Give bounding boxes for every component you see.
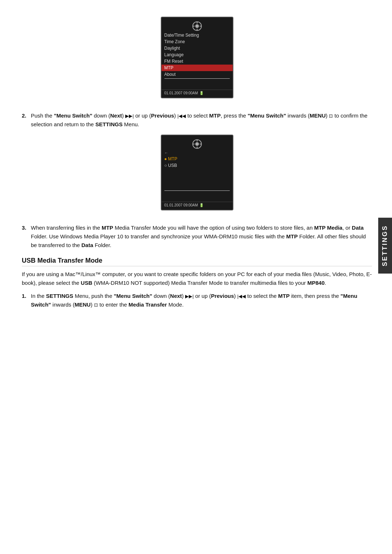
step1-usb: 1. In the SETTINGS Menu, push the "Menu …	[22, 292, 372, 309]
step2-number: 2.	[22, 111, 31, 129]
step1usb-next-icon: ▶▶|	[185, 293, 193, 300]
step3-mtpmedia: MTP Media	[314, 225, 342, 231]
step3-mtp2: MTP	[286, 233, 298, 239]
settings-side-tab: SETTINGS	[378, 218, 392, 274]
step2-mtp: MTP	[209, 112, 221, 119]
step1usb-menuswitch1: "Menu Switch"	[114, 293, 152, 299]
prev-icon: |◀◀	[177, 112, 186, 120]
step1usb-number: 1.	[22, 292, 31, 309]
screen2-submenu: ● MTP ○ USB	[162, 156, 233, 169]
step1usb-next: Next	[170, 293, 182, 299]
device-screen-2: ← ● MTP ○ USB 01.01.2007 09:00AM 🔋	[161, 135, 233, 210]
step2-menu: MENU	[310, 112, 326, 119]
screen1-status: 01.01.2007 09:00AM 🔋	[162, 90, 233, 96]
device-screen-1: Date/Time Setting Time Zone Daylight Lan…	[161, 17, 233, 98]
menu-item-fmreset: FM Reset	[162, 58, 233, 65]
svg-point-1	[195, 24, 199, 28]
step3-body: When transferring files in the MTP Media…	[31, 223, 372, 250]
step1usb-prev-icon: |◀◀	[237, 293, 246, 300]
step2-body: Push the "Menu Switch" down (Next) ▶▶| o…	[31, 111, 372, 129]
step1usb-menu-icon: ⊡	[94, 301, 98, 309]
menu-item-datetime: Date/Time Setting	[162, 32, 233, 38]
usb-mp840: MP840	[307, 280, 325, 286]
step1usb-previous: Previous	[211, 293, 234, 299]
menu-item-mtp: MTP	[162, 65, 233, 71]
step3-data2: Data	[81, 242, 93, 248]
menu-icon: ⊡	[329, 112, 333, 120]
step3-number: 3.	[22, 223, 31, 250]
submenu-usb: ○ USB	[162, 162, 233, 169]
screen1-wrapper: Date/Time Setting Time Zone Daylight Lan…	[22, 17, 372, 106]
menu-item-language: Language	[162, 52, 233, 58]
step1usb-menu: MENU	[74, 301, 90, 308]
submenu-mtp: ● MTP	[162, 156, 233, 162]
step3-mtp1: MTP	[102, 225, 113, 231]
usb-bold1: USB	[81, 280, 93, 286]
menu-item-daylight: Daylight	[162, 45, 233, 52]
screen2-back: ←	[162, 150, 233, 156]
screen1-time: 01.01.2007 09:00AM	[164, 91, 198, 95]
step2-previous: Previous	[151, 112, 174, 119]
screen2-wrapper: ← ● MTP ○ USB 01.01.2007 09:00AM 🔋	[22, 135, 372, 218]
step2-menuswitch2: "Menu Switch"	[248, 112, 286, 119]
step1usb-mtp: MTP	[278, 293, 290, 299]
step3-data1: Data	[352, 225, 364, 231]
screen1-icon	[162, 20, 233, 32]
step1usb-mediatransfer: Media Transfer	[128, 301, 167, 308]
step2: 2. Push the "Menu Switch" down (Next) ▶▶…	[22, 111, 372, 129]
screen2-icon	[162, 138, 233, 150]
menu-item-about: About	[162, 71, 233, 78]
screen2-battery: 🔋	[199, 203, 204, 207]
step1usb-settings: SETTINGS	[46, 293, 73, 299]
step2-menuswitch1: "Menu Switch"	[54, 112, 92, 119]
step1usb-body: In the SETTINGS Menu, push the "Menu Swi…	[31, 292, 372, 309]
screen1-menu: Date/Time Setting Time Zone Daylight Lan…	[162, 32, 233, 78]
step2-next: Next	[110, 112, 122, 119]
step3: 3. When transferring files in the MTP Me…	[22, 223, 372, 250]
menu-item-timezone: Time Zone	[162, 38, 233, 45]
next-icon: ▶▶|	[125, 112, 134, 120]
usb-section-body: If you are using a Mac™/Linux™ computer,…	[22, 270, 372, 287]
screen1-battery: 🔋	[199, 91, 204, 95]
usb-section-heading: USB Media Transfer Mode	[22, 257, 372, 266]
screen2-status: 01.01.2007 09:00AM 🔋	[162, 202, 233, 208]
step2-settings: SETTINGS	[95, 121, 123, 127]
screen2-time: 01.01.2007 09:00AM	[164, 203, 198, 207]
svg-point-7	[195, 142, 199, 146]
